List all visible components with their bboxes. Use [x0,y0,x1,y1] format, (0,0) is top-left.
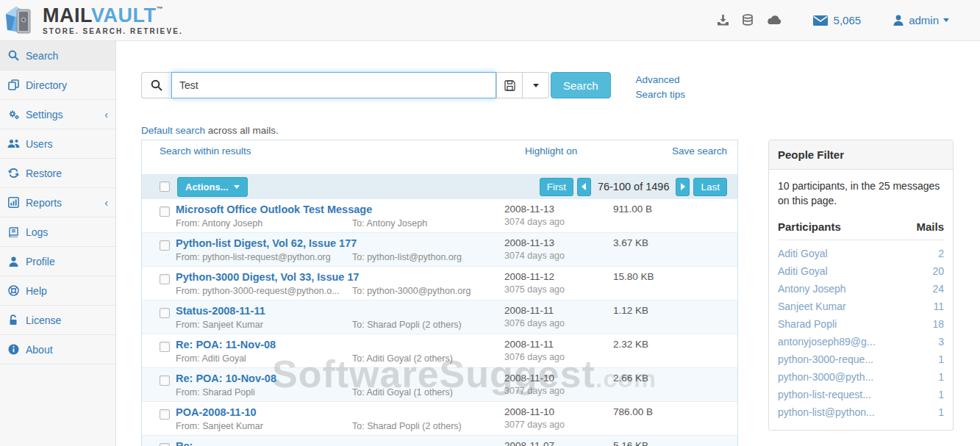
cloud-icon[interactable] [766,15,782,26]
mail-subject-link[interactable]: Status-2008-11-11 [176,305,504,317]
advanced-link[interactable]: Advanced [636,73,686,87]
magnifier-icon [151,79,162,91]
reports-icon [7,197,20,208]
mail-from: From: Sharad Popli [176,387,352,398]
table-row[interactable]: POA-2008-11-10 From: Sanjeet Kumar To: S… [142,402,737,436]
participant-name-link[interactable]: antonyjoseph89@g... [778,336,876,348]
row-checkbox[interactable] [160,274,170,284]
mail-age: 3074 days ago [504,217,613,227]
participant-mail-count: 20 [932,265,944,277]
list-item: python-list-request... 1 [778,386,944,403]
mail-age: 3075 days ago [504,284,613,295]
mail-subject-link[interactable]: POA-2008-11-10 [176,406,504,418]
table-row[interactable]: Re: POA: 10-Nov-08 From: Sharad Popli To… [142,368,737,402]
actions-dropdown-button[interactable]: Actions... [177,177,248,197]
prev-page-button[interactable] [577,178,591,196]
results-links-row: Search within results Highlight on Save … [142,140,737,174]
row-checkbox[interactable] [160,206,170,217]
participant-name-link[interactable]: python-3000-reque... [778,353,873,365]
participant-name-link[interactable]: python-list-request... [778,389,871,400]
next-page-button[interactable] [676,178,690,196]
mail-to: To: python-3000@python.org [352,286,471,296]
first-page-button[interactable]: First [540,178,573,196]
sidebar-item-license[interactable]: License [0,306,115,335]
participant-name-link[interactable]: Sanjeet Kumar [778,301,846,312]
sidebar-item-about[interactable]: About [0,335,115,364]
mail-subject-link[interactable]: Microsoft Office Outlook Test Message [176,204,504,215]
last-page-button[interactable]: Last [693,178,727,196]
sidebar-item-label: Settings [26,109,63,121]
search-tips-link[interactable]: Search tips [636,87,686,102]
mail-to: To: Sharad Popli (2 others) [352,320,462,330]
participant-name-link[interactable]: Aditi Goyal [778,265,828,277]
mail-date: 2008-11-07 [504,440,613,446]
search-options-dropdown[interactable] [523,72,549,98]
mailvault-logo[interactable]: MAILVAULT™ STORE. SEARCH. RETRIEVE. [0,5,183,36]
mail-subject-link[interactable]: Python-3000 Digest, Vol 33, Issue 17 [176,271,504,283]
sidebar-item-search[interactable]: Search [0,41,115,71]
participant-name-link[interactable]: Sharad Popli [778,318,837,330]
participant-name-link[interactable]: Antony Joseph [778,283,846,295]
mail-count-value: 5,065 [834,14,862,26]
sidebar-item-profile[interactable]: Profile [0,247,115,276]
row-checkbox[interactable] [160,342,170,352]
table-row[interactable]: Re: ... 2008-11-07 5.16 KB [142,436,737,446]
gears-icon [7,109,20,121]
table-row[interactable]: Re: POA: 11-Nov-08 From: Aditi Goyal To:… [142,334,737,368]
search-input[interactable] [171,72,496,98]
envelope-icon [813,15,828,26]
search-button[interactable]: Search [551,72,611,98]
sidebar-item-restore[interactable]: Restore [0,159,115,188]
directory-icon [7,79,20,90]
sidebar-item-label: Search [26,50,58,62]
sidebar-item-label: Directory [26,79,67,91]
search-addon [141,72,171,98]
row-checkbox[interactable] [160,409,170,420]
sidebar-item-directory[interactable]: Directory [0,71,115,100]
participant-mail-count: 2 [938,248,944,259]
table-row[interactable]: Python-list Digest, Vol 62, Issue 177 Fr… [142,233,737,267]
participant-name-link[interactable]: python-list@python... [778,406,875,418]
search-bar: Search Advanced Search tips [141,72,685,101]
sidebar-item-label: Logs [26,226,48,238]
mail-count[interactable]: 5,065 [813,14,862,26]
table-row[interactable]: Microsoft Office Outlook Test Message Fr… [142,199,737,233]
mail-subject-link[interactable]: Re: ... [176,440,504,446]
row-checkbox[interactable] [160,308,170,318]
download-icon[interactable] [717,14,729,26]
info-icon [7,344,20,355]
mail-subject-link[interactable]: Python-list Digest, Vol 62, Issue 177 [176,237,504,249]
user-icon [893,15,904,26]
default-search-link[interactable]: Default search [141,125,205,136]
mail-age: 3077 days ago [504,386,613,396]
mail-subject-link[interactable]: Re: POA: 10-Nov-08 [176,373,504,384]
mail-from: From: Sanjeet Kumar [176,421,352,431]
mail-size: 15.80 KB [613,271,654,300]
sidebar-item-help[interactable]: Help [0,276,115,306]
mail-date: 2008-11-10 [504,406,613,417]
sidebar-item-logs[interactable]: Logs [0,217,115,247]
participant-name-link[interactable]: Aditi Goyal [778,248,828,259]
save-query-button[interactable] [496,72,523,98]
sidebar-item-reports[interactable]: Reports ‹ [0,188,115,217]
mail-age: 3074 days ago [504,251,613,261]
save-search-link[interactable]: Save search [672,145,727,157]
row-checkbox[interactable] [160,443,170,446]
sidebar-item-users[interactable]: Users [0,129,115,159]
row-checkbox[interactable] [160,240,170,251]
list-item: python-list@python... 1 [778,403,944,421]
storage-icon[interactable] [741,14,754,27]
search-within-results-link[interactable]: Search within results [160,145,251,157]
select-all-checkbox[interactable] [160,181,170,192]
chevron-left-icon: ‹ [104,197,108,209]
mail-size: 1.12 KB [613,305,648,334]
table-row[interactable]: Status-2008-11-11 From: Sanjeet Kumar To… [142,301,737,334]
sidebar-item-settings[interactable]: Settings ‹ [0,100,115,129]
participant-name-link[interactable]: python-3000@pyth... [778,371,873,383]
user-menu[interactable]: admin [893,14,949,26]
table-row[interactable]: Python-3000 Digest, Vol 33, Issue 17 Fro… [142,267,737,301]
floppy-icon [504,80,515,91]
highlight-toggle-link[interactable]: Highlight on [525,145,577,157]
mail-subject-link[interactable]: Re: POA: 11-Nov-08 [176,339,504,350]
row-checkbox[interactable] [160,375,170,386]
